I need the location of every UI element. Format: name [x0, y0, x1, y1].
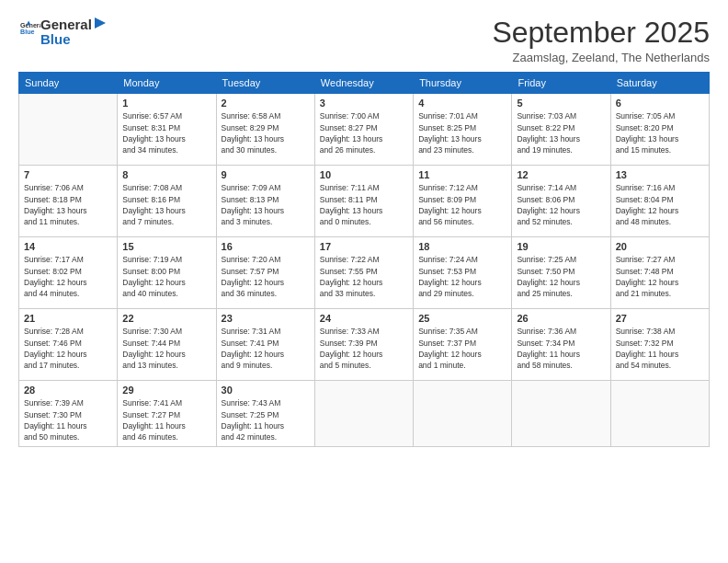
logo: General Blue General [18, 22, 40, 42]
day-number: 16 [222, 241, 310, 252]
table-row: 4Sunrise: 7:01 AM Sunset: 8:25 PM Daylig… [414, 94, 512, 166]
table-row: 28Sunrise: 7:39 AM Sunset: 7:30 PM Dayli… [19, 381, 118, 447]
table-row: 27Sunrise: 7:38 AM Sunset: 7:32 PM Dayli… [610, 309, 709, 381]
day-number: 3 [320, 98, 408, 109]
day-number: 24 [320, 313, 408, 324]
header-thursday: Thursday [414, 73, 512, 94]
day-info: Sunrise: 7:35 AM Sunset: 7:37 PM Dayligh… [418, 326, 506, 371]
table-row: 17Sunrise: 7:22 AM Sunset: 7:55 PM Dayli… [314, 237, 413, 309]
day-info: Sunrise: 7:05 AM Sunset: 8:20 PM Dayligh… [616, 110, 704, 155]
table-row: 6Sunrise: 7:05 AM Sunset: 8:20 PM Daylig… [610, 94, 709, 166]
day-info: Sunrise: 6:57 AM Sunset: 8:31 PM Dayligh… [122, 110, 210, 155]
calendar-week-1: 1Sunrise: 6:57 AM Sunset: 8:31 PM Daylig… [19, 94, 710, 166]
table-row: 7Sunrise: 7:06 AM Sunset: 8:18 PM Daylig… [19, 166, 118, 237]
day-info: Sunrise: 7:00 AM Sunset: 8:27 PM Dayligh… [320, 110, 408, 155]
table-row: 21Sunrise: 7:28 AM Sunset: 7:46 PM Dayli… [19, 309, 118, 381]
day-info: Sunrise: 7:16 AM Sunset: 8:04 PM Dayligh… [616, 182, 704, 227]
month-title: September 2025 [492, 17, 710, 49]
calendar-week-2: 7Sunrise: 7:06 AM Sunset: 8:18 PM Daylig… [19, 166, 710, 237]
day-number: 12 [517, 169, 605, 180]
table-row: 29Sunrise: 7:41 AM Sunset: 7:27 PM Dayli… [118, 381, 216, 447]
day-info: Sunrise: 7:43 AM Sunset: 7:25 PM Dayligh… [222, 397, 310, 442]
day-number: 28 [24, 385, 112, 396]
day-info: Sunrise: 6:58 AM Sunset: 8:29 PM Dayligh… [222, 110, 310, 155]
day-number: 15 [122, 241, 210, 252]
svg-text:Blue: Blue [20, 29, 35, 36]
day-number: 1 [122, 98, 210, 109]
table-row [512, 381, 610, 447]
day-number: 23 [222, 313, 310, 324]
table-row: 30Sunrise: 7:43 AM Sunset: 7:25 PM Dayli… [216, 381, 314, 447]
table-row: 9Sunrise: 7:09 AM Sunset: 8:13 PM Daylig… [216, 166, 314, 237]
calendar-header-row: Sunday Monday Tuesday Wednesday Thursday… [19, 73, 710, 94]
day-number: 6 [616, 98, 704, 109]
calendar-week-4: 21Sunrise: 7:28 AM Sunset: 7:46 PM Dayli… [19, 309, 710, 381]
day-info: Sunrise: 7:41 AM Sunset: 7:27 PM Dayligh… [122, 397, 210, 442]
header-saturday: Saturday [610, 73, 709, 94]
logo-combined: General Blue [40, 17, 109, 47]
day-number: 17 [320, 241, 408, 252]
header-friday: Friday [512, 73, 610, 94]
header-wednesday: Wednesday [314, 73, 413, 94]
calendar-table: Sunday Monday Tuesday Wednesday Thursday… [18, 72, 710, 447]
calendar-week-5: 28Sunrise: 7:39 AM Sunset: 7:30 PM Dayli… [19, 381, 710, 447]
table-row: 8Sunrise: 7:08 AM Sunset: 8:16 PM Daylig… [118, 166, 216, 237]
day-info: Sunrise: 7:28 AM Sunset: 7:46 PM Dayligh… [24, 326, 112, 371]
day-number: 25 [418, 313, 506, 324]
day-number: 30 [222, 385, 310, 396]
day-number: 13 [616, 169, 704, 180]
table-row: 25Sunrise: 7:35 AM Sunset: 7:37 PM Dayli… [414, 309, 512, 381]
day-info: Sunrise: 7:06 AM Sunset: 8:18 PM Dayligh… [24, 182, 112, 227]
day-info: Sunrise: 7:08 AM Sunset: 8:16 PM Dayligh… [122, 182, 210, 227]
day-info: Sunrise: 7:27 AM Sunset: 7:48 PM Dayligh… [616, 254, 704, 299]
day-info: Sunrise: 7:38 AM Sunset: 7:32 PM Dayligh… [616, 326, 704, 371]
title-area: September 2025 Zaamslag, Zeeland, The Ne… [492, 17, 710, 64]
day-info: Sunrise: 7:11 AM Sunset: 8:11 PM Dayligh… [320, 182, 408, 227]
day-number: 18 [418, 241, 506, 252]
table-row: 26Sunrise: 7:36 AM Sunset: 7:34 PM Dayli… [512, 309, 610, 381]
header-sunday: Sunday [19, 73, 118, 94]
table-row: 12Sunrise: 7:14 AM Sunset: 8:06 PM Dayli… [512, 166, 610, 237]
day-info: Sunrise: 7:19 AM Sunset: 8:00 PM Dayligh… [122, 254, 210, 299]
subtitle: Zaamslag, Zeeland, The Netherlands [492, 51, 710, 64]
page: General Blue General General Blue Septem… [0, 0, 728, 563]
day-info: Sunrise: 7:22 AM Sunset: 7:55 PM Dayligh… [320, 254, 408, 299]
table-row: 16Sunrise: 7:20 AM Sunset: 7:57 PM Dayli… [216, 237, 314, 309]
day-number: 21 [24, 313, 112, 324]
day-number: 9 [222, 169, 310, 180]
day-number: 19 [517, 241, 605, 252]
table-row: 22Sunrise: 7:30 AM Sunset: 7:44 PM Dayli… [118, 309, 216, 381]
table-row: 15Sunrise: 7:19 AM Sunset: 8:00 PM Dayli… [118, 237, 216, 309]
day-info: Sunrise: 7:17 AM Sunset: 8:02 PM Dayligh… [24, 254, 112, 299]
table-row: 24Sunrise: 7:33 AM Sunset: 7:39 PM Dayli… [314, 309, 413, 381]
day-number: 22 [122, 313, 210, 324]
day-info: Sunrise: 7:30 AM Sunset: 7:44 PM Dayligh… [122, 326, 210, 371]
calendar-week-3: 14Sunrise: 7:17 AM Sunset: 8:02 PM Dayli… [19, 237, 710, 309]
header-tuesday: Tuesday [216, 73, 314, 94]
day-info: Sunrise: 7:20 AM Sunset: 7:57 PM Dayligh… [222, 254, 310, 299]
table-row: 10Sunrise: 7:11 AM Sunset: 8:11 PM Dayli… [314, 166, 413, 237]
table-row [19, 94, 118, 166]
day-info: Sunrise: 7:33 AM Sunset: 7:39 PM Dayligh… [320, 326, 408, 371]
table-row: 19Sunrise: 7:25 AM Sunset: 7:50 PM Dayli… [512, 237, 610, 309]
table-row: 3Sunrise: 7:00 AM Sunset: 8:27 PM Daylig… [314, 94, 413, 166]
day-number: 29 [122, 385, 210, 396]
table-row: 1Sunrise: 6:57 AM Sunset: 8:31 PM Daylig… [118, 94, 216, 166]
table-row [314, 381, 413, 447]
day-number: 7 [24, 169, 112, 180]
day-number: 4 [418, 98, 506, 109]
table-row: 5Sunrise: 7:03 AM Sunset: 8:22 PM Daylig… [512, 94, 610, 166]
day-info: Sunrise: 7:01 AM Sunset: 8:25 PM Dayligh… [418, 110, 506, 155]
day-info: Sunrise: 7:09 AM Sunset: 8:13 PM Dayligh… [222, 182, 310, 227]
day-info: Sunrise: 7:36 AM Sunset: 7:34 PM Dayligh… [517, 326, 605, 371]
table-row: 20Sunrise: 7:27 AM Sunset: 7:48 PM Dayli… [610, 237, 709, 309]
day-number: 10 [320, 169, 408, 180]
day-info: Sunrise: 7:39 AM Sunset: 7:30 PM Dayligh… [24, 397, 112, 442]
table-row: 2Sunrise: 6:58 AM Sunset: 8:29 PM Daylig… [216, 94, 314, 166]
table-row [610, 381, 709, 447]
table-row: 11Sunrise: 7:12 AM Sunset: 8:09 PM Dayli… [414, 166, 512, 237]
day-number: 26 [517, 313, 605, 324]
table-row: 23Sunrise: 7:31 AM Sunset: 7:41 PM Dayli… [216, 309, 314, 381]
logo-flag-icon [93, 17, 109, 31]
logo-area: General Blue General General Blue [18, 17, 109, 47]
